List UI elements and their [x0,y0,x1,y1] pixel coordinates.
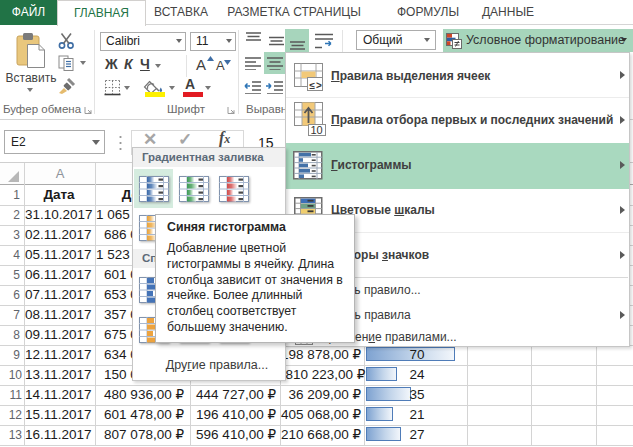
svg-text:>: > [316,80,322,91]
svg-text:≤: ≤ [310,80,316,91]
svg-text:10: 10 [311,124,323,136]
